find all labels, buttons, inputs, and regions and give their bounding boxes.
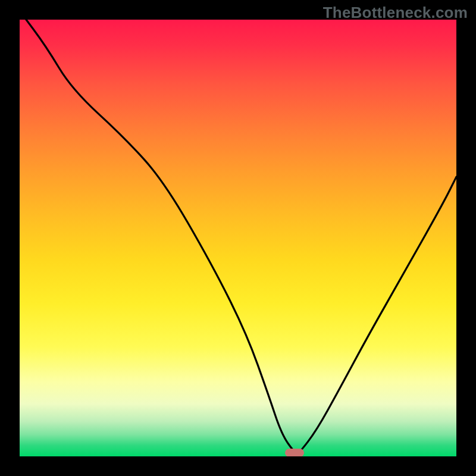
optimum-marker <box>285 449 304 456</box>
bottleneck-curve <box>20 20 456 456</box>
chart-frame: TheBottleneck.com <box>0 0 476 476</box>
plot-area <box>20 20 456 456</box>
